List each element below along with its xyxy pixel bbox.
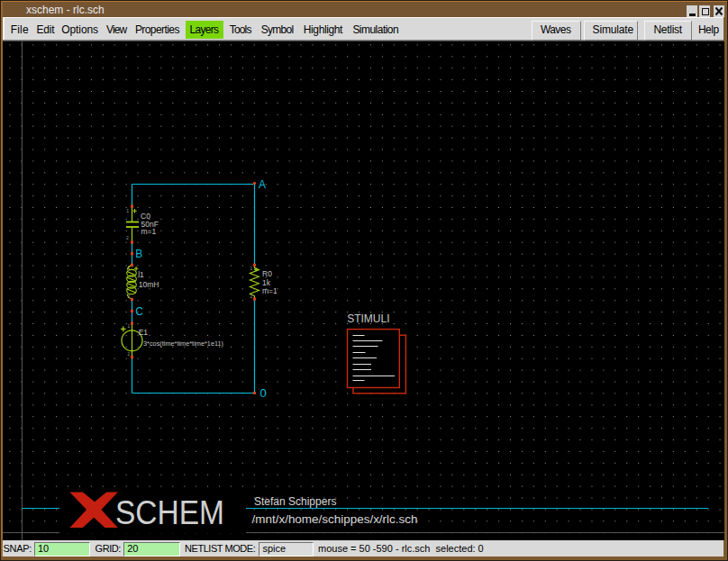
svg-text:10mH: 10mH [139, 280, 159, 289]
svg-text:2: 2 [128, 294, 131, 299]
svg-text:1k: 1k [262, 278, 271, 287]
svg-text:STIMULI: STIMULI [347, 312, 389, 325]
svg-text:m=1: m=1 [141, 227, 157, 236]
svg-text:3*cos(time*time*time*1e11): 3*cos(time*time*time*1e11) [143, 339, 223, 348]
svg-text:A: A [259, 178, 266, 191]
svg-text:B: B [135, 248, 142, 260]
svg-text:E1: E1 [139, 328, 149, 337]
svg-text:C: C [135, 305, 143, 318]
svg-text:R0: R0 [262, 269, 272, 278]
svg-text:m=1: m=1 [262, 286, 278, 295]
svg-text:1: 1 [126, 208, 129, 213]
svg-text:1: 1 [128, 323, 131, 329]
svg-text:SCHEM: SCHEM [115, 494, 224, 531]
svg-text:0: 0 [260, 386, 267, 400]
svg-text:1: 1 [128, 265, 131, 270]
svg-text:1: 1 [250, 266, 253, 271]
svg-text:2: 2 [250, 294, 253, 299]
svg-text:/mnt/x/home/schippes/x/rlc.sch: /mnt/x/home/schippes/x/rlc.sch [252, 512, 418, 526]
svg-text:l1: l1 [138, 270, 144, 279]
svg-text:2: 2 [126, 235, 129, 240]
svg-text:Stefan Schippers: Stefan Schippers [254, 495, 336, 508]
svg-text:2: 2 [128, 351, 131, 357]
